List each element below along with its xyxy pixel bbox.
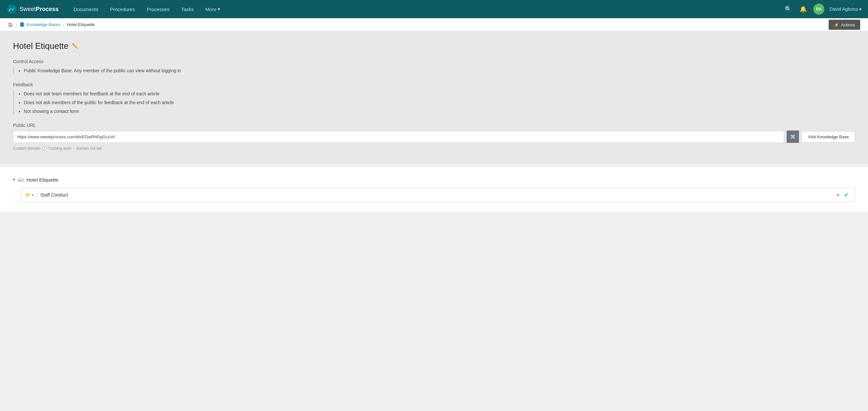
chevron-down-icon: ▾ (13, 177, 15, 182)
info-card: Hotel Etiquette ✏️ Control Access Public… (0, 31, 868, 164)
item-type-selector[interactable]: 📁 ▾ (25, 192, 37, 197)
bottom-section: ▾ 📖 Hotel Etiquette 📁 ▾ ✕ ✔ (0, 167, 868, 212)
nav-links: Documents Procedures Processes Tasks Mor… (68, 4, 783, 14)
notification-button[interactable]: 🔔 (798, 4, 808, 14)
nav-right: 🔍 🔔 DA David Agbona ▾ (783, 4, 862, 14)
control-access-block: Public Knowledge Base. Any member of the… (13, 67, 855, 74)
user-name[interactable]: David Agbona ▾ (830, 6, 862, 12)
kb-tree-header[interactable]: ▾ 📖 Hotel Etiquette (13, 177, 855, 183)
nav-processes[interactable]: Processes (142, 4, 175, 14)
url-row: ⌘ Visit Knowledge Base (13, 130, 855, 143)
list-item: Does not ask team members for feedback a… (24, 91, 855, 97)
coming-soon-icon: 🕐 (42, 146, 47, 151)
breadcrumb-current: Hotel Etiquette (67, 22, 95, 27)
copy-url-button[interactable]: ⌘ (787, 130, 799, 143)
type-dropdown-arrow: ▾ (32, 193, 33, 197)
top-navigation: SweetProcess Documents Procedures Proces… (0, 0, 868, 18)
new-item-row: 📁 ▾ ✕ ✔ (21, 188, 855, 202)
nav-tasks[interactable]: Tasks (176, 4, 199, 14)
kb-icon: 📘 (20, 22, 25, 27)
custom-domain-note: Custom domain 🕐 Coming soon - domain not… (13, 146, 855, 151)
knowledge-bases-link[interactable]: 📘 Knowledge Bases (20, 22, 60, 27)
logo[interactable]: SweetProcess (6, 4, 59, 14)
kb-tree-icon: 📖 (18, 177, 24, 183)
folder-icon: 📁 (25, 192, 31, 197)
edit-title-icon[interactable]: ✏️ (72, 43, 79, 49)
logo-bold: Process (36, 6, 59, 12)
nav-procedures[interactable]: Procedures (105, 4, 140, 14)
feedback-section: Feedback Does not ask team members for f… (13, 82, 855, 115)
breadcrumb: 🏠 › 📘 Knowledge Bases › Hotel Etiquette … (0, 18, 868, 31)
kb-tree-label: Hotel Etiquette (26, 177, 58, 183)
actions-button[interactable]: ⚡ Actions (829, 20, 860, 30)
avatar[interactable]: DA (813, 4, 825, 14)
nav-more[interactable]: More ▾ (200, 4, 225, 14)
feedback-list: Does not ask team members for feedback a… (21, 91, 855, 115)
cancel-new-item-button[interactable]: ✕ (834, 191, 842, 199)
public-url-section: Public URL ⌘ Visit Knowledge Base Custom… (13, 123, 855, 151)
page-title: Hotel Etiquette ✏️ (13, 41, 855, 51)
breadcrumb-sep-1: › (16, 22, 17, 27)
control-access-list: Public Knowledge Base. Any member of the… (21, 67, 855, 74)
breadcrumb-sep-2: › (63, 22, 64, 27)
list-item: Public Knowledge Base. Any member of the… (24, 67, 855, 74)
search-button[interactable]: 🔍 (783, 4, 793, 14)
nav-documents[interactable]: Documents (68, 4, 103, 14)
list-item: Does not ask members of the public for f… (24, 99, 855, 106)
user-chevron-icon: ▾ (859, 6, 862, 12)
actions-icon: ⚡ (834, 22, 839, 27)
visit-knowledge-base-button[interactable]: Visit Knowledge Base (802, 131, 855, 143)
main-content: Hotel Etiquette ✏️ Control Access Public… (0, 31, 868, 212)
control-access-section: Control Access Public Knowledge Base. An… (13, 59, 855, 74)
confirm-new-item-button[interactable]: ✔ (842, 191, 851, 199)
feedback-label: Feedback (13, 82, 855, 87)
copy-icon: ⌘ (790, 134, 796, 140)
svg-point-1 (8, 9, 10, 11)
new-item-name-input[interactable] (40, 192, 834, 197)
more-chevron-icon: ▾ (218, 6, 220, 12)
control-access-label: Control Access (13, 59, 855, 64)
home-link[interactable]: 🏠 (8, 22, 13, 27)
logo-light: Sweet (20, 6, 36, 12)
feedback-block: Does not ask team members for feedback a… (13, 91, 855, 115)
public-url-label: Public URL (13, 123, 855, 128)
public-url-input[interactable] (13, 131, 784, 143)
list-item: Not showing a contact form (24, 108, 855, 115)
